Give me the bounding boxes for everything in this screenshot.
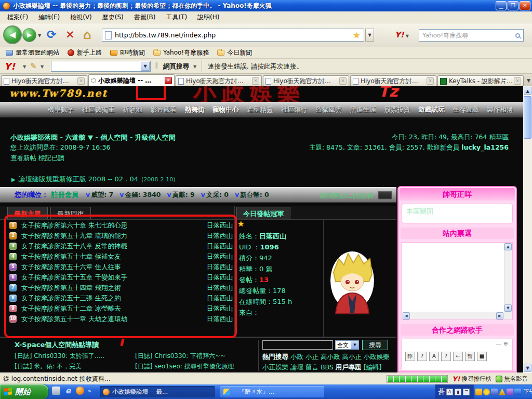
browser-tab[interactable]: Hiyo衝天跑官方討… ✕ — [1, 75, 87, 86]
journal-entry-link[interactable]: [日誌] Chris0330: 下禮拜六~~ — [135, 352, 256, 362]
yahoo-menu-caret[interactable]: ▼ — [23, 64, 26, 69]
site-nav-item[interactable]: 社區數獨王 — [82, 105, 115, 114]
pencil-icon[interactable]: ✎ — [30, 61, 37, 71]
bookmark-item[interactable]: 今日新聞 — [215, 47, 255, 58]
ime-shape-icon[interactable]: ▮ — [455, 389, 461, 395]
topic-author-link[interactable]: 日落西山 — [207, 242, 233, 251]
tab-close-icon[interactable]: ✕ — [252, 77, 259, 85]
hot-search-line1[interactable]: 熱門搜尋 小政 小正 高小政 高小正 小政娛樂 — [262, 353, 390, 362]
bookmark-item[interactable]: 即時新聞 — [108, 47, 148, 58]
player-button[interactable]: ■ — [477, 352, 487, 361]
menu-item[interactable]: 工具(T) — [161, 11, 192, 23]
language-bar[interactable]: 蒼 A ▮ ☰ — [435, 384, 473, 399]
quick-links[interactable]: 查看新帖 標記已讀 — [10, 154, 64, 163]
site-nav-item[interactable]: 機率數字 — [48, 105, 74, 114]
tab-list-dropdown[interactable]: ▼ — [527, 78, 530, 83]
tab-close-icon[interactable]: ✕ — [77, 77, 85, 85]
topic-author-link[interactable]: 日落西山 — [207, 294, 233, 303]
tray-messenger-icon[interactable] — [483, 389, 490, 395]
hot-search-line2[interactable]: 小正娛樂 論壇 留言 BBS 用戶專題 [編輯] — [262, 363, 382, 372]
yahoo-logo[interactable]: Y! — [4, 61, 15, 72]
yahoo-search-box[interactable]: Yahoo!奇摩搜尋 — [419, 29, 524, 42]
site-nav-item[interactable]: 祈願池 — [123, 105, 143, 114]
site-nav-item[interactable]: 寵物中心 — [213, 105, 239, 114]
scrollbar-up-icon[interactable]: ▲ — [524, 87, 531, 95]
topic-title-link[interactable]: 女子按摩診所第五十二章 冰瑩離去 — [21, 304, 121, 313]
ime-keyboard-icon[interactable]: ☰ — [463, 389, 470, 395]
topic-author-link[interactable]: 日落西山 — [207, 252, 233, 261]
journal-service-link[interactable]: 點我開啟日誌服務 — [320, 191, 374, 201]
site-nav-item[interactable]: 遊戲試玩 — [419, 105, 445, 114]
menu-item[interactable]: 歷史(S) — [97, 11, 129, 23]
tray-volume-icon[interactable] — [507, 389, 513, 395]
task-button-firefox[interactable]: 小政娛樂論壇 -- 最... — [100, 386, 215, 397]
yahoo-toolbar-search-input[interactable]: ▼ — [51, 61, 151, 72]
tray-app-icon[interactable] — [491, 389, 498, 395]
player-button[interactable]: ? — [441, 352, 451, 361]
browser-scrollbar[interactable]: ▲ ▼ — [523, 86, 532, 373]
yahoo-search-engine-button[interactable]: Y!▼ — [395, 30, 409, 39]
url-text[interactable]: http://bbs.tw789.net/index.php — [115, 31, 353, 39]
journal-entry-link[interactable]: [日誌] 米。佑: 不，完美 — [15, 362, 135, 373]
show-desktop-icon[interactable] — [52, 387, 60, 395]
web-search-button[interactable]: 網頁搜尋 — [163, 62, 189, 71]
tray-warning-icon[interactable] — [499, 389, 506, 395]
menu-item[interactable]: 書籤(B) — [129, 11, 161, 23]
minimize-button[interactable]: ▁ — [496, 1, 507, 10]
site-nav-item[interactable]: 製作相簿 — [487, 105, 513, 114]
topic-author-link[interactable]: 日落西山 — [207, 273, 233, 282]
site-nav-item[interactable]: 生存遊戲 — [453, 105, 479, 114]
player-button[interactable]: 靜 — [405, 352, 415, 361]
combo-dropdown-icon[interactable]: ▼ — [141, 62, 150, 71]
ime-indicator[interactable]: 蒼 — [438, 387, 445, 396]
player-misc-icons[interactable]: — ⊕ — [496, 340, 508, 347]
tab-close-icon[interactable]: ✕ — [427, 77, 434, 85]
tab-close-icon[interactable]: ✕ — [339, 77, 347, 85]
bookmark-star-icon[interactable]: ★ — [353, 31, 360, 40]
site-nav-item[interactable]: 監獄風雲 — [316, 105, 342, 114]
forward-history-dropdown[interactable]: ▼ — [38, 33, 41, 38]
select-dropdown-icon[interactable]: ▼ — [351, 341, 358, 349]
tab-close-icon[interactable]: ✕ — [165, 77, 172, 84]
topic-author-link[interactable]: 日落西山 — [207, 263, 233, 272]
topic-title-link[interactable]: 女子按摩診所第六十章 朱七七的心思 — [21, 221, 127, 230]
browser-tab[interactable]: Hiyo衝天跑官方討… ✕ — [263, 75, 349, 86]
new-member-link[interactable]: lucky_la1256 — [461, 143, 509, 151]
bookmark-item[interactable]: 最常瀏覽的網站 — [3, 47, 62, 58]
search-icon[interactable] — [515, 33, 520, 38]
back-button[interactable]: ◀ — [3, 25, 22, 44]
forum-search-input[interactable] — [262, 340, 333, 350]
forward-button[interactable]: ▶ — [22, 28, 36, 42]
url-history-dropdown[interactable]: ▼ — [365, 29, 374, 42]
firefox-quicklaunch-icon[interactable] — [76, 387, 84, 395]
site-nav-item[interactable]: 股票投資 — [384, 105, 410, 114]
toolbar-resize-handle[interactable]: ∥ — [155, 61, 158, 69]
site-nav-item[interactable]: 造型精靈 — [247, 105, 273, 114]
internet-explorer-icon[interactable]: e — [64, 387, 72, 395]
topic-title-link[interactable]: 女子按摩診所第五十三張 生死之約 — [21, 294, 121, 303]
connection-error-message[interactable]: 連接發生錯誤, 請按此再次連接。 — [208, 62, 303, 71]
scrollbar-down-icon[interactable]: ▼ — [524, 364, 531, 372]
journal-entry-link[interactable]: [日誌] seo1seo: 搜尋引擎優化原理 — [135, 362, 256, 373]
menu-item[interactable]: 檔案(F) — [2, 11, 33, 23]
pencil-menu-caret[interactable]: ▼ — [41, 64, 44, 69]
scroll-left-icon[interactable]: ◀ — [403, 312, 410, 320]
site-nav-item[interactable]: 影片觀看 — [151, 105, 177, 114]
menu-item[interactable]: 編輯(E) — [33, 11, 65, 23]
reload-button[interactable]: ⟳ — [47, 28, 56, 41]
search-scope-select[interactable]: 全文 ▼ — [335, 340, 359, 350]
topic-title-link[interactable]: 女子按摩診所第五十五章 千變如來手 — [21, 273, 127, 282]
scroll-right-icon[interactable]: ▶ — [496, 312, 503, 320]
topic-title-link[interactable]: 女子按摩診所第五十八章 反常的神棍 — [21, 242, 127, 251]
topic-title-link[interactable]: 女子按摩診所第五十四章 飛翔之術 — [21, 284, 121, 292]
tab-latest-replies[interactable]: 最新回復 — [50, 207, 91, 219]
quicklaunch-overflow-icon[interactable]: » — [88, 388, 91, 394]
task-button-messenger[interactable]: —『辭〃水』... — [220, 386, 324, 397]
url-bar[interactable]: http://bbs.tw789.net/index.php ★ — [102, 29, 364, 42]
site-nav-item[interactable]: 社區銀行 — [282, 105, 308, 114]
menu-item[interactable]: 檢視(V) — [65, 11, 97, 23]
tab-close-icon[interactable]: ✕ — [514, 77, 521, 85]
yahoo-rank-badge[interactable]: Y!搜尋排行榜 — [452, 375, 491, 383]
bookmark-item[interactable]: 新手上路 — [65, 47, 104, 58]
topic-author-link[interactable]: 日落西山 — [207, 315, 233, 324]
